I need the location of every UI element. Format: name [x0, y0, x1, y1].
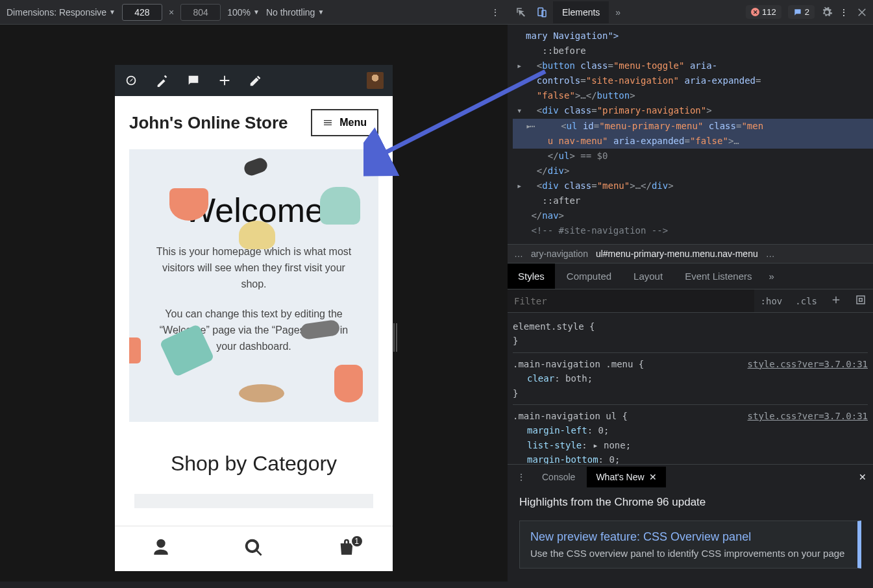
- comments-icon[interactable]: [186, 73, 201, 88]
- customize-icon[interactable]: [155, 73, 169, 88]
- cart-count-badge: 1: [350, 535, 363, 548]
- styles-filter-input[interactable]: [508, 289, 754, 312]
- issues-badge[interactable]: 2: [788, 5, 815, 19]
- devtools-tabstrip: Elements » ✕ 112 2 ⋮: [508, 0, 873, 25]
- inspect-icon: [515, 6, 527, 18]
- tab-styles[interactable]: Styles: [508, 263, 555, 289]
- css-prop[interactable]: margin-bottom: [527, 454, 598, 464]
- wp-admin-bar: [115, 65, 393, 96]
- css-prop[interactable]: margin-left: [527, 425, 587, 435]
- rendered-page: John's Online Store Menu Welcome This is…: [115, 65, 393, 571]
- menu-label: Menu: [339, 117, 367, 129]
- tab-event-listeners[interactable]: Event Listeners: [674, 271, 762, 282]
- tab-layout[interactable]: Layout: [623, 271, 673, 282]
- tab-whats-new[interactable]: What's New ✕: [587, 467, 666, 487]
- elements-tree[interactable]: mary Navigation"> ::before ▸ <button cla…: [508, 25, 873, 244]
- devtools-toolbar-right: ✕ 112 2 ⋮: [746, 5, 873, 19]
- code-text: <!-- #site-navigation -->: [531, 225, 668, 236]
- cls-toggle[interactable]: .cls: [789, 296, 824, 306]
- feature-title-link[interactable]: New preview feature: CSS Overview panel: [530, 530, 847, 544]
- hov-toggle[interactable]: :hov: [754, 296, 789, 306]
- device-icon: [536, 6, 548, 18]
- add-icon[interactable]: [217, 73, 232, 88]
- errors-count: 112: [762, 7, 776, 17]
- zoom-dropdown[interactable]: 100% ▼: [227, 7, 260, 18]
- user-icon: [151, 537, 171, 558]
- css-val[interactable]: both: [565, 373, 587, 384]
- whats-new-label: What's New: [596, 472, 644, 482]
- cart-button[interactable]: 1: [336, 537, 357, 561]
- mobile-bottom-nav: 1: [115, 526, 393, 571]
- throttling-label: No throttling: [266, 7, 315, 18]
- code-text: ::before: [542, 45, 585, 56]
- breadcrumb-seg-selected[interactable]: ul#menu-primary-menu.menu.nav-menu: [596, 249, 758, 259]
- rule-selector: .main-navigation .menu {: [513, 359, 644, 369]
- search-button[interactable]: [243, 537, 264, 561]
- issues-count: 2: [805, 7, 809, 17]
- drawer-menu[interactable]: ⋮: [513, 472, 530, 482]
- kebab-menu[interactable]: ⋮: [839, 7, 850, 18]
- css-prop[interactable]: clear: [527, 373, 554, 384]
- account-button[interactable]: [151, 537, 171, 561]
- menu-toggle-button[interactable]: Menu: [311, 109, 378, 136]
- toggle-device-button[interactable]: [532, 6, 552, 18]
- devtools-drawer: ⋮ Console What's New ✕ ✕ Highlights from…: [508, 464, 873, 588]
- height-input[interactable]: [180, 4, 221, 21]
- brace-close: }: [513, 386, 868, 400]
- hero-section: Welcome This is your homepage which is w…: [129, 149, 378, 422]
- feature-desc: Use the CSS overview panel to identify C…: [530, 548, 847, 559]
- svg-rect-4: [859, 299, 863, 302]
- devtools-panel: Elements » ✕ 112 2 ⋮ mary Navigation"> :…: [508, 0, 873, 588]
- tab-console[interactable]: Console: [533, 467, 584, 487]
- issue-icon: [793, 8, 802, 17]
- dimensions-dropdown[interactable]: Dimensions: Responsive ▼: [6, 7, 116, 18]
- resize-handle[interactable]: [393, 323, 397, 352]
- site-title[interactable]: John's Online Store: [129, 113, 288, 133]
- feature-card: New preview feature: CSS Overview panel …: [519, 521, 861, 569]
- decor-sunglasses-icon: [242, 156, 269, 178]
- dom-breadcrumb[interactable]: … ary-navigation ul#menu-primary-menu.me…: [508, 244, 873, 263]
- inspect-element-button[interactable]: [511, 6, 531, 18]
- css-val[interactable]: none: [604, 440, 626, 450]
- decor-belt-icon: [239, 384, 284, 402]
- rule-selector: .main-navigation ul {: [513, 411, 628, 421]
- css-val[interactable]: 0: [598, 425, 604, 435]
- breadcrumb-dots: …: [514, 249, 523, 259]
- gear-icon[interactable]: [821, 6, 833, 18]
- more-options-button[interactable]: ⋮: [491, 7, 501, 18]
- rule-source-link[interactable]: style.css?ver=3.7.0:31: [748, 357, 868, 371]
- width-input[interactable]: [122, 4, 162, 21]
- more-tabs-icon[interactable]: »: [610, 7, 626, 18]
- decor-shirt2-icon: [129, 337, 141, 363]
- search-icon: [243, 537, 264, 558]
- code-text: mary Navigation">: [526, 31, 619, 41]
- styles-toolbar: :hov .cls: [508, 289, 873, 313]
- css-val[interactable]: 0: [609, 454, 614, 464]
- chevron-down-icon: ▼: [253, 8, 260, 16]
- errors-badge[interactable]: ✕ 112: [746, 5, 781, 19]
- tab-elements[interactable]: Elements: [553, 1, 609, 23]
- drawer-close-button[interactable]: ✕: [859, 472, 873, 482]
- plus-icon: [830, 294, 842, 306]
- brace-close: }: [513, 334, 868, 348]
- breadcrumb-seg[interactable]: ary-navigation: [531, 249, 588, 259]
- edit-icon[interactable]: [249, 73, 263, 88]
- new-style-rule-button[interactable]: [824, 294, 848, 308]
- decor-shirt-icon: [169, 188, 208, 221]
- close-icon[interactable]: [856, 6, 868, 18]
- decor-cap-icon: [239, 221, 275, 249]
- more-tabs-icon[interactable]: »: [764, 271, 780, 282]
- drawer-body: Highlights from the Chrome 96 update New…: [508, 489, 873, 588]
- zoom-label: 100%: [227, 7, 251, 18]
- error-dot-icon: ✕: [751, 8, 759, 16]
- rule-source-link[interactable]: style.css?ver=3.7.0:31: [748, 409, 868, 423]
- avatar[interactable]: [367, 72, 384, 89]
- whatsnew-headline: Highlights from the Chrome 96 update: [519, 496, 861, 509]
- dashboard-icon[interactable]: [124, 73, 138, 88]
- styles-pane[interactable]: element.style { } style.css?ver=3.7.0:31…: [508, 313, 873, 464]
- box-model-toggle[interactable]: [848, 294, 873, 308]
- throttling-dropdown[interactable]: No throttling ▼: [266, 7, 324, 18]
- box-icon: [855, 294, 867, 306]
- css-prop[interactable]: list-style: [527, 440, 582, 450]
- tab-computed[interactable]: Computed: [556, 271, 622, 282]
